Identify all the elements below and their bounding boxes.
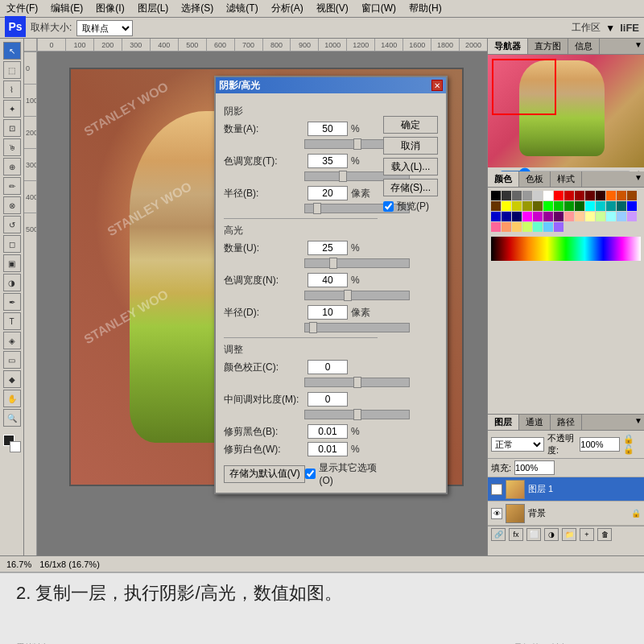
color-swatch[interactable]: [617, 201, 626, 211]
tab-styles[interactable]: 样式: [551, 171, 582, 187]
opacity-input[interactable]: [580, 437, 620, 452]
tool-lasso[interactable]: ⌇: [3, 80, 21, 98]
highlight-amount-input[interactable]: [308, 241, 348, 255]
panel-options-icon[interactable]: ▼: [633, 39, 644, 54]
tab-color[interactable]: 颜色: [488, 171, 519, 187]
color-swatch[interactable]: [606, 201, 616, 211]
layer-row-bg[interactable]: 👁 背景 🔒: [488, 502, 644, 526]
color-swatch[interactable]: [502, 201, 511, 211]
color-swatch[interactable]: [512, 191, 522, 200]
tool-move[interactable]: ↖: [3, 42, 21, 60]
color-swatch[interactable]: [502, 191, 511, 200]
tool-history-brush[interactable]: ↺: [3, 216, 21, 233]
navigator-viewport-box[interactable]: [492, 59, 556, 115]
color-swatch[interactable]: [512, 222, 522, 232]
save-button[interactable]: 存储(S)...: [383, 179, 438, 196]
color-swatch[interactable]: [627, 201, 637, 211]
tool-gradient[interactable]: ▣: [3, 254, 21, 272]
layers-panel-options[interactable]: ▼: [633, 415, 644, 430]
highlight-tone-slider[interactable]: [304, 291, 410, 300]
tool-stamp[interactable]: ⊗: [3, 196, 21, 214]
tool-quick-select[interactable]: ✦: [3, 100, 21, 118]
color-swatch[interactable]: [522, 222, 532, 232]
menu-item-view[interactable]: 视图(V): [313, 2, 352, 15]
color-swatch[interactable]: [585, 212, 595, 221]
color-swatch[interactable]: [554, 201, 564, 211]
fill-input[interactable]: [514, 460, 555, 475]
menu-item-help[interactable]: 帮助(H): [406, 2, 445, 15]
color-swatch[interactable]: [596, 191, 605, 200]
color-spectrum-bar[interactable]: [491, 237, 641, 261]
midtone-slider[interactable]: [304, 410, 410, 419]
color-swatch[interactable]: [522, 212, 532, 221]
tab-info[interactable]: 信息: [568, 39, 600, 54]
shadow-radius-input[interactable]: [308, 186, 348, 200]
color-swatch[interactable]: [522, 201, 532, 211]
color-swatch[interactable]: [554, 212, 564, 221]
color-swatch[interactable]: [533, 191, 543, 200]
tool-crop[interactable]: ⊡: [3, 119, 21, 137]
color-swatch[interactable]: [627, 212, 637, 221]
add-group-button[interactable]: 📁: [562, 528, 576, 541]
workspace-dropdown-icon[interactable]: ▼: [605, 23, 615, 34]
color-swatch[interactable]: [585, 201, 595, 211]
color-swatch[interactable]: [533, 222, 543, 232]
tab-histogram[interactable]: 直方图: [528, 39, 568, 54]
color-correct-slider[interactable]: [304, 378, 410, 387]
layer-eye-1[interactable]: 👁: [491, 484, 502, 495]
color-correct-input[interactable]: [308, 360, 348, 374]
tool-dodge[interactable]: ◑: [3, 274, 21, 291]
color-swatch[interactable]: [596, 212, 605, 221]
tool-pen[interactable]: ✒: [3, 293, 21, 311]
add-mask-button[interactable]: ⬜: [526, 528, 541, 541]
tool-brush[interactable]: ✏: [3, 177, 21, 195]
delete-layer-button[interactable]: 🗑: [597, 528, 612, 541]
shadow-amount-input[interactable]: [308, 122, 348, 136]
tool-marquee[interactable]: ⬚: [3, 61, 21, 79]
tab-navigator[interactable]: 导航器: [488, 39, 528, 54]
color-swatch[interactable]: [564, 212, 574, 221]
tab-swatches[interactable]: 色板: [519, 171, 551, 187]
highlight-radius-input[interactable]: [308, 305, 348, 320]
menu-item-image[interactable]: 图像(I): [93, 2, 127, 15]
color-swatch[interactable]: [533, 212, 543, 221]
add-fx-button[interactable]: fx: [509, 528, 523, 541]
clip-white-input[interactable]: [308, 442, 348, 456]
color-panel-options[interactable]: ▼: [633, 171, 644, 187]
color-swatch[interactable]: [502, 222, 511, 232]
color-swatch[interactable]: [564, 191, 574, 200]
color-swatch[interactable]: [606, 191, 616, 200]
menu-item-analyze[interactable]: 分析(A): [268, 2, 307, 15]
color-swatch[interactable]: [617, 212, 626, 221]
color-swatch[interactable]: [491, 201, 501, 211]
color-swatch[interactable]: [596, 201, 605, 211]
load-button[interactable]: 载入(L)...: [383, 158, 438, 175]
tool-eyedropper[interactable]: 🖰: [3, 138, 21, 156]
tool-hand[interactable]: ✋: [3, 390, 21, 407]
color-swatch[interactable]: [543, 212, 553, 221]
tool-zoom[interactable]: 🔍: [3, 409, 21, 427]
midtone-input[interactable]: [308, 392, 348, 407]
color-swatch[interactable]: [554, 191, 564, 200]
add-adjustment-button[interactable]: ◑: [544, 528, 559, 541]
menu-item-file[interactable]: 文件(F): [3, 2, 41, 15]
color-swatch[interactable]: [575, 212, 584, 221]
color-swatch[interactable]: [491, 212, 501, 221]
highlight-amount-slider[interactable]: [304, 258, 410, 268]
menu-item-window[interactable]: 窗口(W): [358, 2, 399, 15]
highlight-tone-input[interactable]: [308, 273, 348, 287]
color-swatch[interactable]: [543, 201, 553, 211]
menu-item-select[interactable]: 选择(S): [178, 2, 217, 15]
tab-channels[interactable]: 通道: [519, 415, 551, 430]
dialog-close-button[interactable]: ✕: [431, 80, 443, 91]
color-swatch[interactable]: [512, 212, 522, 221]
menu-item-filter[interactable]: 滤镜(T): [223, 2, 261, 15]
clip-black-input[interactable]: [308, 424, 348, 439]
layer-row-1[interactable]: 👁 图层 1: [488, 477, 644, 502]
tool-path-select[interactable]: ◈: [3, 332, 21, 349]
color-swatch[interactable]: [522, 191, 532, 200]
tool-eraser[interactable]: ◻: [3, 235, 21, 253]
sample-size-select[interactable]: 取样点 3×3 平均 5×5 平均: [76, 20, 133, 36]
color-swatch[interactable]: [554, 222, 564, 232]
add-link-button[interactable]: 🔗: [491, 528, 506, 541]
